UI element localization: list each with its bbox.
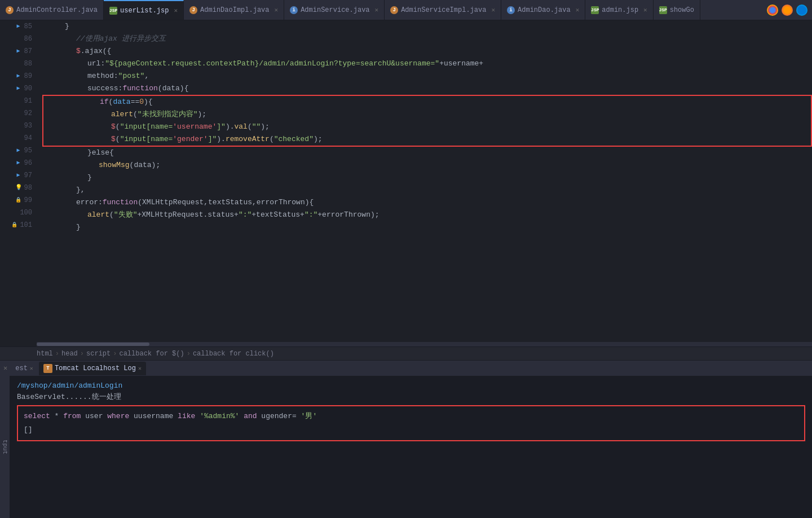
tab-close-icon[interactable]: ✕: [375, 6, 379, 14]
line-num-93: 93: [0, 120, 32, 132]
code-line-95: }else{: [42, 147, 812, 159]
arrow-icon-87: ▶: [15, 48, 22, 55]
java-icon: J: [6, 6, 14, 14]
horizontal-scrollbar[interactable]: [37, 342, 812, 346]
breadcrumb-callback-dollar: callback for $(): [119, 350, 184, 358]
service-icon: i: [507, 6, 515, 14]
tab-bar: J AdminController.java JSP userList.jsp …: [0, 0, 812, 20]
chrome-icon[interactable]: [767, 5, 778, 16]
bulb-icon-98: 💡: [15, 185, 22, 191]
tab-admin-service-impl[interactable]: J AdminServiceImpl.java ✕: [385, 0, 501, 20]
scrollbar-thumb[interactable]: [37, 343, 149, 346]
tomcat-icon: T: [43, 364, 52, 373]
tab-close-icon[interactable]: ✕: [643, 6, 647, 14]
code-line-100: alert("失败"+XMLHttpRequest.status+":"+tex…: [42, 209, 812, 221]
line-num-95: ▶ 95: [0, 144, 32, 157]
tab-close-icon[interactable]: ✕: [174, 7, 178, 14]
arrow-icon-90: ▶: [15, 85, 22, 92]
breadcrumb-sep-3: ›: [113, 350, 117, 358]
code-line-92: alert("未找到指定内容");: [43, 108, 811, 121]
line-num-90: ▶ 90: [0, 82, 32, 95]
code-line-85: }: [42, 20, 812, 33]
tab-close-icon[interactable]: ✕: [275, 6, 279, 14]
tab-tomcat-close[interactable]: ✕: [138, 365, 142, 372]
firefox-icon[interactable]: [782, 5, 793, 16]
jsp-icon: JSP: [659, 6, 667, 14]
service-icon: i: [290, 6, 298, 14]
code-line-90: success:function(data){: [42, 82, 812, 95]
jsp-icon: JSP: [109, 7, 117, 15]
tab-admin-controller[interactable]: J AdminController.java: [0, 0, 104, 20]
line-num-92: 92: [0, 107, 32, 120]
breadcrumb-head: head: [61, 350, 78, 358]
line-num-101: 🔒 101: [0, 219, 32, 231]
breadcrumb-callback-click: callback for click(): [193, 350, 274, 358]
code-line-88: url:"${pageContext.request.contextPath}/…: [42, 58, 812, 70]
breadcrumb-script: script: [86, 350, 111, 358]
console-area[interactable]: /myshop/admin/adminLogin BaseServlet....…: [10, 376, 812, 518]
tab-close-icon[interactable]: ✕: [491, 6, 495, 14]
tab-label: AdminDaoImpl.java: [200, 6, 269, 14]
code-line-94: $("input[name='gender']").removeAttr("ch…: [43, 133, 811, 146]
tab-est-label: est: [15, 365, 28, 372]
code-line-91: if(data==0){: [43, 96, 811, 108]
tab-admin-service[interactable]: i AdminService.java ✕: [284, 0, 385, 20]
code-line-86: //使用ajax 进行异步交互: [42, 33, 812, 45]
line-num-100: 100: [0, 207, 32, 219]
line-num-98: 💡 98: [0, 182, 32, 194]
line-num-96: ▶ 96: [0, 157, 32, 169]
sql-line-1: select * from user where uusername like …: [24, 410, 798, 423]
browser-icons: [767, 5, 812, 16]
line-num-94: 94: [0, 132, 32, 144]
code-line-97: }: [42, 172, 812, 184]
code-area[interactable]: } //使用ajax 进行异步交互 $.ajax({ url:"${pageCo…: [37, 20, 812, 342]
console-line-url: /myshop/admin/adminLogin: [17, 380, 805, 392]
bottom-tab-bar: ✕ est ✕ T Tomcat Localhost Log ✕: [0, 360, 812, 376]
sql-highlighted-box: select * from user where uusername like …: [17, 405, 805, 441]
line-num-87: ▶ 87: [0, 45, 32, 58]
bottom-section: ✕ est ✕ T Tomcat Localhost Log ✕ tput /m…: [0, 360, 812, 518]
arrow-icon-89: ▶: [15, 73, 22, 80]
line-num-99: 🔒 99: [0, 194, 32, 207]
breadcrumb-sep-4: ›: [187, 350, 191, 358]
arrow-icon-97: ▶: [15, 172, 22, 179]
line-num-85: ▶ 85: [0, 20, 32, 33]
lock-icon-101: 🔒: [11, 222, 17, 229]
console-content: tput /myshop/admin/adminLogin BaseServle…: [0, 376, 812, 518]
lock-icon-99: 🔒: [15, 197, 22, 204]
breadcrumb-sep-1: ›: [55, 350, 59, 358]
output-label: tput: [0, 376, 10, 518]
line-num-86: 86: [0, 33, 32, 45]
tab-admin-jsp[interactable]: JSP admin.jsp ✕: [585, 0, 653, 20]
bottom-panel-close[interactable]: ✕: [3, 364, 7, 372]
java-icon: J: [189, 6, 197, 14]
edge-icon[interactable]: [796, 5, 807, 16]
highlighted-code-block: if(data==0){ alert("未找到指定内容"); $("input[…: [42, 95, 812, 147]
tab-tomcat-log[interactable]: T Tomcat Localhost Log ✕: [39, 362, 146, 375]
line-num-88: 88: [0, 58, 32, 70]
tab-user-list[interactable]: JSP userList.jsp ✕: [104, 0, 184, 20]
code-line-93: $("input[name='username']").val("");: [43, 121, 811, 133]
jsp-icon: JSP: [591, 6, 599, 14]
tab-show-go[interactable]: JSP showGo: [654, 0, 700, 20]
tab-est[interactable]: est ✕: [11, 362, 38, 375]
code-line-99: error:function(XMLHttpRequest,textStatus…: [42, 196, 812, 209]
arrow-icon-96: ▶: [15, 160, 22, 166]
tab-label: AdminDao.java: [518, 6, 571, 14]
line-num-89: ▶ 89: [0, 70, 32, 82]
tab-label: AdminServiceImpl.java: [401, 6, 486, 14]
line-num-91: 91: [0, 95, 32, 107]
tab-admin-dao[interactable]: i AdminDao.java ✕: [501, 0, 585, 20]
java-icon: J: [390, 6, 398, 14]
line-num-97: ▶ 97: [0, 169, 32, 182]
sql-line-2: []: [24, 423, 798, 437]
tab-admin-dao-impl[interactable]: J AdminDaoImpl.java ✕: [184, 0, 284, 20]
code-line-98: },: [42, 184, 812, 196]
tab-close-icon[interactable]: ✕: [576, 6, 580, 14]
breadcrumb-html: html: [37, 350, 53, 358]
breadcrumb-sep-2: ›: [80, 350, 84, 358]
tab-label: AdminService.java: [301, 6, 369, 14]
tab-est-close[interactable]: ✕: [30, 365, 33, 372]
tab-label: userList.jsp: [120, 7, 169, 15]
tab-tomcat-label: Tomcat Localhost Log: [55, 365, 136, 372]
